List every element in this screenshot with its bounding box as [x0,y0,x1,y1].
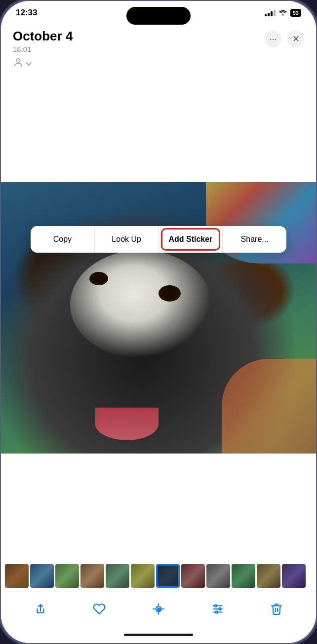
thumbnail-7-selected[interactable] [156,564,180,588]
thumbnail-8[interactable] [181,564,205,588]
home-indicator [1,630,316,643]
thumbnail-12[interactable] [282,564,306,588]
close-button[interactable]: ✕ [287,31,304,47]
context-menu-add-sticker[interactable]: Add Sticker [159,226,223,253]
thumbnail-list [1,564,316,588]
dog-eye-left [89,272,108,286]
photo-title-group: October 4 18:01 [13,29,73,53]
more-dots-icon: ··· [269,34,277,44]
status-icons: 93 [265,9,301,17]
photo-toolbar [1,592,316,630]
svg-point-0 [16,59,20,62]
person-icon [13,57,24,71]
favorite-button[interactable] [88,598,110,620]
context-menu-copy[interactable]: Copy [31,226,95,253]
dynamic-island [126,7,191,25]
status-time: 12:33 [16,8,37,18]
thumbnail-5[interactable] [106,564,129,588]
thumbnail-3[interactable] [55,564,79,588]
thumbnail-9[interactable] [206,564,230,588]
header-actions: ··· ✕ [265,29,304,47]
svg-point-10 [214,605,216,606]
thumbnail-11[interactable] [257,564,280,588]
photo-header: October 4 18:01 ··· ✕ [1,21,316,57]
delete-button[interactable] [266,598,287,620]
svg-point-12 [215,611,217,613]
dog-tongue [95,408,158,440]
thumbnail-4[interactable] [80,564,104,588]
context-menu-lookup[interactable]: Look Up [95,226,159,253]
bg-texture [222,359,316,454]
clean-up-button[interactable] [148,598,169,620]
phone-frame: 12:33 93 [0,0,317,644]
more-options-button[interactable]: ··· [265,31,281,47]
share-button[interactable] [30,598,51,620]
thumbnail-strip[interactable] [1,560,316,592]
dog-eye-right [158,285,181,302]
dog-white-patch [70,250,212,359]
edit-button[interactable] [207,598,229,620]
home-bar [124,634,193,636]
close-icon: ✕ [292,34,300,44]
photo-area-top: Copy Look Up Add Sticker Share... [1,76,316,182]
photo-date-title: October 4 [13,29,73,44]
context-menu-share[interactable]: Share... [223,226,286,253]
photo-image[interactable] [1,182,316,454]
thumbnail-2[interactable] [30,564,54,588]
chevron-down-icon [26,61,32,68]
wifi-icon [278,9,287,17]
thumbnail-10[interactable] [232,564,255,588]
photo-time-subtitle: 18:01 [13,45,73,53]
thumbnail-6[interactable] [131,564,155,588]
dog-photo-bg [1,182,316,454]
battery-icon: 93 [290,9,301,17]
svg-point-11 [219,608,221,610]
context-menu: Copy Look Up Add Sticker Share... [31,226,286,253]
person-dropdown[interactable] [1,57,316,71]
photo-bottom-space [1,454,316,560]
signal-icon [265,9,276,16]
app-content: 12:33 93 [1,1,316,643]
thumbnail-1[interactable] [5,564,29,588]
